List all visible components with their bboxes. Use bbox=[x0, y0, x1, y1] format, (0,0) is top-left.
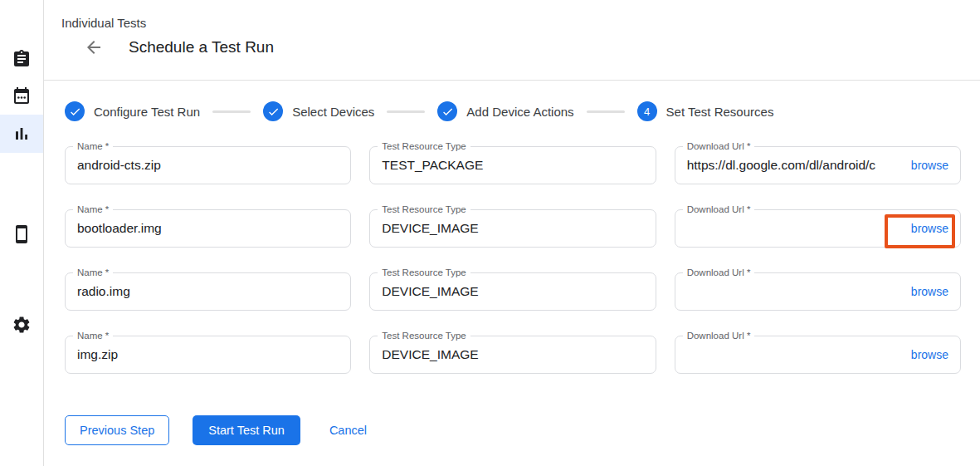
field-label: Test Resource Type bbox=[378, 330, 470, 342]
browse-link[interactable]: browse bbox=[911, 348, 948, 361]
sidebar-item-devices[interactable] bbox=[0, 215, 43, 253]
gear-icon bbox=[12, 315, 32, 335]
form-actions: Previous Step Start Test Run Cancel bbox=[65, 415, 961, 445]
field-label: Download Url * bbox=[683, 267, 755, 279]
field-label: Name * bbox=[73, 204, 113, 216]
type-value: TEST_PACKAGE bbox=[382, 158, 643, 173]
step-label: Set Test Resources bbox=[666, 105, 774, 119]
type-value: DEVICE_IMAGE bbox=[382, 347, 643, 362]
browse-link[interactable]: browse bbox=[911, 159, 948, 172]
test-resources-form: Name * android-cts.zip Test Resource Typ… bbox=[65, 146, 961, 374]
bar-chart-icon bbox=[12, 124, 32, 144]
sidebar-item-test-runs[interactable] bbox=[0, 115, 43, 153]
browse-link[interactable]: browse bbox=[911, 285, 948, 298]
name-field[interactable]: Name * img.zip bbox=[65, 336, 351, 374]
test-resource-type-field[interactable]: Test Resource Type DEVICE_IMAGE bbox=[369, 209, 656, 248]
field-label: Download Url * bbox=[683, 140, 755, 153]
download-url-field[interactable]: Download Url * browse bbox=[675, 336, 961, 374]
step-add-device-actions[interactable]: Add Device Actions bbox=[437, 101, 573, 121]
field-label: Name * bbox=[73, 140, 113, 153]
cancel-button[interactable]: Cancel bbox=[326, 415, 370, 445]
field-label: Name * bbox=[73, 267, 113, 279]
sidebar bbox=[0, 0, 44, 466]
step-connector bbox=[387, 110, 425, 113]
test-resource-type-field[interactable]: Test Resource Type TEST_PACKAGE bbox=[369, 146, 656, 184]
step-set-test-resources[interactable]: 4 Set Test Resources bbox=[637, 101, 774, 121]
breadcrumb: Individual Tests bbox=[61, 0, 980, 30]
step-connector bbox=[212, 110, 251, 113]
sidebar-item-test-plans[interactable] bbox=[0, 77, 43, 115]
type-value: DEVICE_IMAGE bbox=[382, 221, 643, 236]
step-label: Add Device Actions bbox=[466, 105, 573, 119]
clipboard-icon bbox=[12, 49, 32, 69]
step-number-badge: 4 bbox=[637, 101, 657, 121]
field-label: Test Resource Type bbox=[378, 267, 470, 279]
url-value: https://dl.google.com/dl/android/c bbox=[687, 158, 903, 173]
page-header: Individual Tests Schedule a Test Run bbox=[44, 0, 980, 81]
smartphone-icon bbox=[12, 224, 32, 244]
step-label: Select Devices bbox=[292, 105, 374, 119]
download-url-field[interactable]: Download Url * https://dl.google.com/dl/… bbox=[675, 146, 961, 184]
step-connector bbox=[587, 110, 625, 113]
type-value: DEVICE_IMAGE bbox=[382, 284, 643, 299]
back-button[interactable] bbox=[84, 37, 104, 57]
name-value: img.zip bbox=[77, 347, 339, 362]
field-label: Name * bbox=[73, 330, 113, 342]
previous-step-button[interactable]: Previous Step bbox=[65, 415, 169, 445]
start-test-run-button[interactable]: Start Test Run bbox=[193, 415, 300, 445]
step-complete-check-icon bbox=[263, 101, 283, 121]
name-field[interactable]: Name * bootloader.img bbox=[65, 209, 351, 248]
calendar-icon bbox=[12, 86, 32, 106]
sidebar-item-tests[interactable] bbox=[0, 40, 43, 78]
browse-link[interactable]: browse bbox=[911, 222, 948, 235]
step-complete-check-icon bbox=[65, 101, 85, 121]
download-url-field[interactable]: Download Url * browse bbox=[675, 209, 961, 248]
name-value: radio.img bbox=[77, 284, 339, 299]
main-panel: Individual Tests Schedule a Test Run Con… bbox=[44, 0, 980, 466]
test-resource-type-field[interactable]: Test Resource Type DEVICE_IMAGE bbox=[369, 336, 656, 374]
test-resource-type-field[interactable]: Test Resource Type DEVICE_IMAGE bbox=[369, 272, 656, 311]
field-label: Download Url * bbox=[683, 330, 755, 342]
name-field[interactable]: Name * radio.img bbox=[65, 272, 351, 311]
field-label: Test Resource Type bbox=[378, 204, 470, 216]
arrow-back-icon bbox=[84, 37, 104, 57]
app-window: Individual Tests Schedule a Test Run Con… bbox=[0, 0, 980, 466]
step-label: Configure Test Run bbox=[94, 105, 200, 119]
field-label: Test Resource Type bbox=[378, 140, 470, 153]
name-value: android-cts.zip bbox=[77, 158, 339, 173]
download-url-field[interactable]: Download Url * browse bbox=[675, 272, 961, 311]
step-select-devices[interactable]: Select Devices bbox=[263, 101, 374, 121]
page-title: Schedule a Test Run bbox=[129, 38, 274, 56]
field-label: Download Url * bbox=[683, 204, 755, 216]
name-value: bootloader.img bbox=[77, 221, 339, 236]
step-complete-check-icon bbox=[437, 101, 457, 121]
sidebar-item-settings[interactable] bbox=[0, 306, 43, 344]
step-configure-test-run[interactable]: Configure Test Run bbox=[65, 101, 200, 121]
name-field[interactable]: Name * android-cts.zip bbox=[65, 146, 351, 184]
stepper: Configure Test Run Select Devices Add De… bbox=[65, 101, 961, 121]
